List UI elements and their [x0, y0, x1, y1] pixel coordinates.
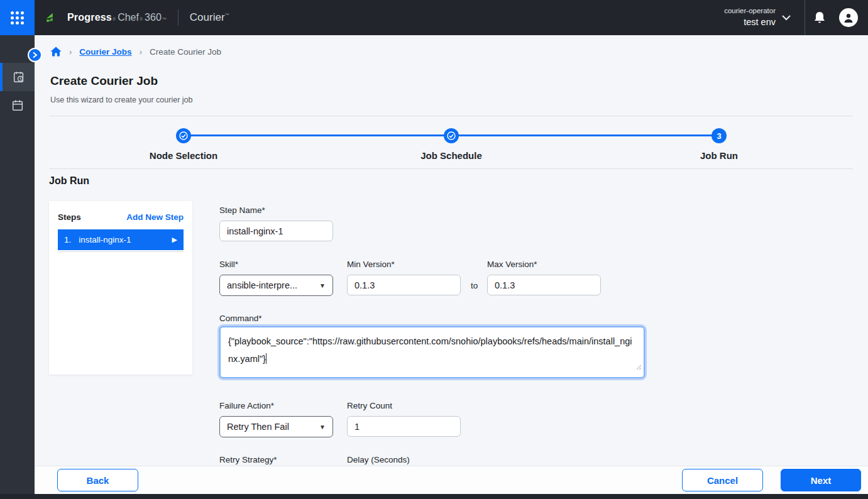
min-version-label: Min Version* [347, 260, 395, 269]
steps-panel: Steps Add New Step 1. install-nginx-1 ▶ [49, 201, 192, 375]
brand-360: 360 [145, 12, 162, 23]
next-button[interactable]: Next [781, 469, 861, 491]
step-item-index: 1. [64, 235, 71, 244]
home-icon[interactable] [50, 47, 62, 57]
divider [49, 116, 853, 116]
cancel-button[interactable]: Cancel [682, 469, 763, 491]
back-button[interactable]: Back [57, 469, 138, 491]
add-new-step-link[interactable]: Add New Step [126, 212, 184, 222]
left-sidebar [0, 35, 35, 499]
notifications-button[interactable] [805, 11, 834, 25]
skill-select-value: ansible-interpre... [227, 280, 297, 290]
brand-text: Progress® Chef® 360™ [67, 12, 167, 23]
header-divider [178, 9, 179, 26]
product-name: Courier™ [190, 11, 229, 24]
retry-count-input[interactable] [347, 416, 461, 437]
job-clipboard-clock-icon [12, 70, 26, 84]
steps-panel-title: Steps [58, 212, 81, 222]
step-number: 3 [717, 131, 721, 141]
top-header: Progress® Chef® 360™ Courier™ courier-op… [0, 0, 868, 35]
select-caret-icon: ▼ [319, 282, 326, 289]
max-version-input[interactable] [487, 275, 601, 295]
text-cursor [266, 353, 267, 364]
step-name-input[interactable] [219, 221, 333, 241]
main-content: › Courier Jobs › Create Courier Job Crea… [35, 35, 868, 499]
chevron-right-icon: ▶ [172, 236, 177, 244]
brand-progress: Progress [67, 12, 112, 23]
grid-apps-icon [11, 11, 24, 25]
progress-logo-icon [45, 11, 58, 25]
resize-grip-icon[interactable] [636, 358, 642, 376]
step-list-item[interactable]: 1. install-nginx-1 ▶ [58, 229, 184, 250]
failure-action-label: Failure Action* [219, 401, 274, 410]
breadcrumb-current: Create Courier Job [150, 47, 221, 57]
sidebar-item-jobs[interactable] [0, 63, 35, 91]
skill-label: Skill* [219, 260, 238, 269]
delay-label: Delay (Seconds) [347, 455, 410, 464]
step-job-run[interactable]: 3 [711, 128, 727, 143]
bell-icon [813, 11, 826, 25]
brand-logo [45, 11, 58, 25]
account-env: test env [724, 16, 776, 29]
step-job-schedule[interactable] [444, 128, 459, 143]
skill-select[interactable]: ansible-interpre... ▼ [219, 275, 333, 296]
step-label-node-selection: Node Selection [121, 150, 246, 161]
account-role: courier-operator [724, 6, 776, 16]
failure-action-select[interactable]: Retry Then Fail ▼ [219, 416, 333, 437]
chevron-right-icon [32, 52, 38, 58]
command-label: Command* [219, 314, 262, 323]
command-value: {"playbook_source":"https://raw.githubus… [228, 336, 632, 364]
brand-chef: Chef [118, 12, 139, 23]
step-name-label: Step Name* [219, 206, 265, 215]
divider [49, 168, 853, 169]
min-version-input[interactable] [347, 275, 461, 295]
page-subtitle: Use this wizard to create your courier j… [50, 96, 192, 104]
step-item-name: install-nginx-1 [79, 235, 131, 244]
bottom-edge [0, 494, 868, 499]
command-textarea[interactable]: {"playbook_source":"https://raw.githubus… [219, 326, 645, 378]
breadcrumb-courier-jobs[interactable]: Courier Jobs [79, 47, 131, 57]
wizard-footer: Back Cancel Next [35, 466, 868, 494]
max-version-label: Max Version* [487, 260, 537, 269]
page-title: Create Courier Job [50, 74, 158, 88]
step-node-selection[interactable] [176, 128, 191, 143]
breadcrumb: › Courier Jobs › Create Courier Job [50, 47, 221, 57]
app-launcher-button[interactable] [0, 0, 35, 35]
retry-strategy-label: Retry Strategy* [219, 455, 277, 464]
range-to-label: to [471, 281, 478, 290]
check-circle-icon [447, 131, 456, 140]
sidebar-expand-button[interactable] [28, 48, 42, 62]
avatar-icon [839, 8, 858, 27]
step-label-job-run: Job Run [656, 150, 782, 161]
select-caret-icon: ▼ [319, 424, 326, 430]
user-menu-button[interactable] [834, 8, 863, 27]
step-label-job-schedule: Job Schedule [388, 150, 514, 161]
retry-count-label: Retry Count [347, 401, 392, 410]
sidebar-item-schedule[interactable] [0, 91, 35, 119]
section-title: Job Run [49, 175, 89, 187]
check-circle-icon [179, 131, 188, 140]
calendar-icon [11, 99, 25, 112]
chevron-down-icon[interactable] [782, 12, 791, 23]
account-info[interactable]: courier-operator test env [724, 6, 776, 28]
failure-action-value: Retry Then Fail [227, 422, 289, 432]
